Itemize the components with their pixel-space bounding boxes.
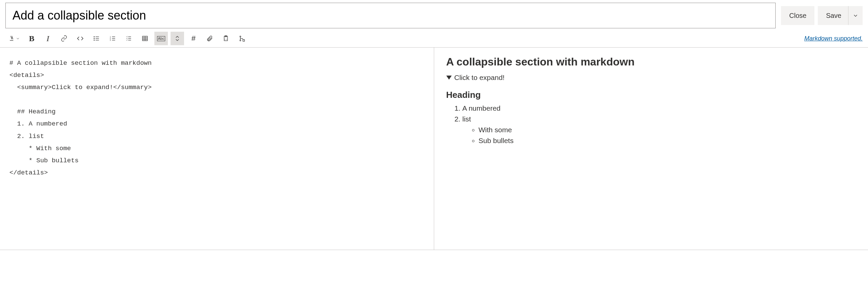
table-icon xyxy=(142,35,148,42)
markdown-preview: A collapsible section with markdown Clic… xyxy=(434,48,868,250)
list-item: list With some Sub bullets xyxy=(462,115,856,145)
preview-sub-list: With some Sub bullets xyxy=(462,126,856,145)
text-style-icon xyxy=(9,35,16,42)
markdown-supported-link[interactable]: Markdown supported. xyxy=(804,35,863,42)
bullet-list-icon xyxy=(93,35,100,42)
svg-point-4 xyxy=(94,38,95,39)
numbered-list-button[interactable]: 1 2 3 xyxy=(106,32,119,45)
formatting-toolbar: B I xyxy=(6,32,249,45)
preview-heading-1: A collapsible section with markdown xyxy=(446,56,856,68)
triangle-down-icon xyxy=(446,76,452,80)
mention-button[interactable]: Abc xyxy=(154,32,168,45)
svg-text:3: 3 xyxy=(110,39,111,41)
chevron-down-icon xyxy=(16,37,20,40)
paperclip-icon xyxy=(206,35,213,42)
link-icon xyxy=(61,35,67,42)
italic-icon: I xyxy=(47,34,49,43)
link-button[interactable] xyxy=(57,32,71,45)
bold-button[interactable]: B xyxy=(25,32,38,45)
code-button[interactable] xyxy=(73,32,87,45)
attachment-button[interactable] xyxy=(203,32,216,45)
checklist-button[interactable] xyxy=(122,32,136,45)
branch-icon xyxy=(239,35,245,42)
numbered-list-icon: 1 2 3 xyxy=(109,35,116,42)
code-icon xyxy=(77,35,84,42)
list-item-text: list xyxy=(462,115,471,123)
bullet-list-button[interactable] xyxy=(90,32,103,45)
save-dropdown-button[interactable] xyxy=(848,6,863,25)
clipboard-code-button[interactable] xyxy=(219,32,233,45)
collapsible-icon xyxy=(174,35,181,42)
clipboard-code-icon xyxy=(222,35,229,42)
summary-text: Click to expand! xyxy=(454,74,505,82)
list-item: With some xyxy=(479,126,856,134)
svg-rect-24 xyxy=(243,39,245,41)
collapsible-summary[interactable]: Click to expand! xyxy=(446,74,856,82)
save-button[interactable]: Save xyxy=(818,6,848,25)
close-button[interactable]: Close xyxy=(781,6,814,25)
bold-icon: B xyxy=(29,34,34,43)
markdown-editor[interactable]: # A collapsible section with markdown <d… xyxy=(0,48,434,250)
list-item: Sub bullets xyxy=(479,137,856,145)
hash-icon: # xyxy=(191,34,196,43)
list-item: A numbered xyxy=(462,104,856,112)
svg-rect-15 xyxy=(143,36,148,40)
hash-button[interactable]: # xyxy=(187,32,200,45)
chevron-down-icon xyxy=(853,13,858,18)
text-style-dropdown[interactable] xyxy=(6,32,22,45)
preview-ordered-list: A numbered list With some Sub bullets xyxy=(446,104,856,145)
branch-link-button[interactable] xyxy=(235,32,249,45)
collapsible-button[interactable] xyxy=(171,32,184,45)
title-input[interactable] xyxy=(5,3,776,28)
italic-button[interactable]: I xyxy=(41,32,55,45)
svg-point-22 xyxy=(240,36,241,37)
svg-point-5 xyxy=(94,40,95,40)
preview-heading-2: Heading xyxy=(446,90,856,100)
table-button[interactable] xyxy=(138,32,152,45)
abc-icon: Abc xyxy=(157,36,166,41)
checklist-icon xyxy=(125,35,132,42)
svg-point-3 xyxy=(94,36,95,37)
svg-point-23 xyxy=(240,40,241,41)
